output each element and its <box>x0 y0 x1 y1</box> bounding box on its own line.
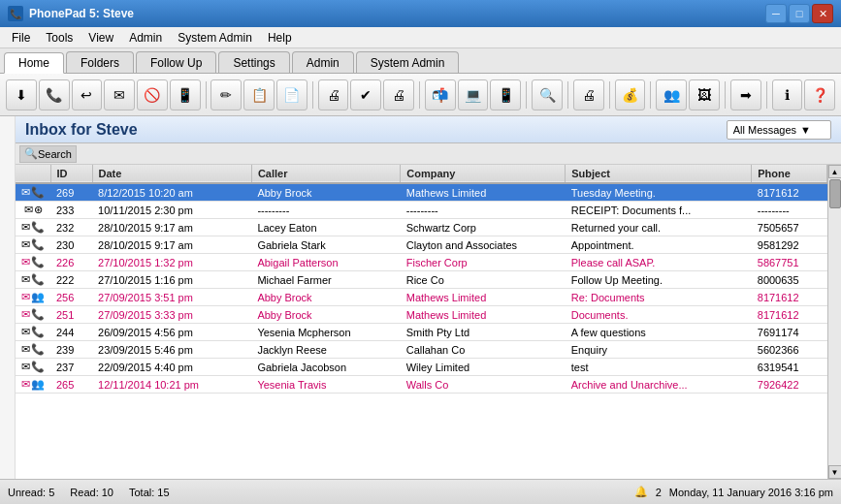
scroll-track[interactable] <box>828 178 842 465</box>
scroll-up-button[interactable]: ▲ <box>828 165 842 178</box>
messages-table-container[interactable]: ID Date Caller Company Subject Phone ✉📞2… <box>16 165 827 479</box>
row-icon: 📞 <box>31 238 45 251</box>
col-id[interactable]: ID <box>50 165 92 183</box>
toolbar-money[interactable]: 💰 <box>615 79 646 110</box>
toolbar-info[interactable]: ℹ <box>772 79 803 110</box>
menu-tools[interactable]: Tools <box>38 29 81 47</box>
menu-system-admin[interactable]: System Admin <box>170 29 260 47</box>
menu-file[interactable]: File <box>4 29 38 47</box>
search-button[interactable]: 🔍 Search <box>19 145 77 163</box>
filter-dropdown[interactable]: All Messages ▼ <box>727 120 831 140</box>
alarm-count: 2 <box>656 487 662 498</box>
toolbar-document[interactable]: 📄 <box>276 79 307 110</box>
tab-folders[interactable]: Folders <box>66 51 134 73</box>
read-label: Read: <box>70 487 98 498</box>
toolbar-reply[interactable]: ↩ <box>72 79 103 110</box>
toolbar-phone[interactable]: 📞 <box>39 79 70 110</box>
toolbar-edit[interactable]: ✏ <box>210 79 242 110</box>
toolbar-computer[interactable]: 💻 <box>458 79 489 110</box>
toolbar-mobile2[interactable]: 📱 <box>490 79 521 110</box>
scroll-down-button[interactable]: ▼ <box>828 465 842 479</box>
toolbar-print2[interactable]: 🖨 <box>383 79 414 110</box>
table-row[interactable]: ✉👥26512/11/2014 10:21 pmYesenia TravisWa… <box>16 376 827 394</box>
table-row[interactable]: ✉📞22227/10/2015 1:16 pmMichael FarmerRic… <box>16 271 827 289</box>
row-icon: 👥 <box>31 291 45 303</box>
toolbar-help[interactable]: ❓ <box>804 79 835 110</box>
toolbar-message[interactable]: ✉ <box>104 79 135 110</box>
row-id: 269 <box>50 183 92 202</box>
row-icon: ✉ <box>21 308 30 321</box>
toolbar-checkmark[interactable]: ✔ <box>350 79 381 110</box>
row-phone: 7926422 <box>752 376 827 394</box>
toolbar-inbox[interactable]: 📬 <box>425 79 456 110</box>
row-id: 226 <box>50 254 92 271</box>
messages-table: ID Date Caller Company Subject Phone ✉📞2… <box>16 165 827 394</box>
col-caller[interactable]: Caller <box>251 165 400 183</box>
menu-help[interactable]: Help <box>260 29 300 47</box>
close-button[interactable]: ✕ <box>812 4 833 23</box>
table-row[interactable]: ✉⊛23310/11/2015 2:30 pm-----------------… <box>16 202 827 219</box>
tab-follow-up[interactable]: Follow Up <box>136 51 216 73</box>
tab-home[interactable]: Home <box>4 52 64 74</box>
toolbar-mobile[interactable]: 📱 <box>170 79 201 110</box>
search-icon: 🔍 <box>24 147 38 160</box>
vertical-scrollbar[interactable]: ▲ ▼ <box>827 165 841 479</box>
row-icons-cell: ✉📞 <box>16 341 50 359</box>
toolbar-download[interactable]: ⬇ <box>6 79 37 110</box>
menu-view[interactable]: View <box>81 29 121 47</box>
toolbar-transfer[interactable]: ➡ <box>730 79 761 110</box>
row-icon: 📞 <box>31 186 45 199</box>
toolbar-clipboard[interactable]: 📋 <box>243 79 275 110</box>
minimize-button[interactable]: ─ <box>765 4 787 23</box>
toolbar-reports[interactable]: 🖨 <box>573 79 604 110</box>
row-caller: Abby Brock <box>251 183 400 202</box>
col-phone[interactable]: Phone <box>752 165 827 183</box>
row-icon: 📞 <box>31 361 45 373</box>
row-phone: --------- <box>752 202 827 219</box>
row-id: 233 <box>50 202 92 219</box>
table-row[interactable]: ✉📞23923/09/2015 5:46 pmJacklyn ReeseCall… <box>16 341 827 359</box>
toolbar-image[interactable]: 🖼 <box>689 79 720 110</box>
total-label: Total: <box>129 487 154 498</box>
row-id: 244 <box>50 324 92 341</box>
row-company: Mathews Limited <box>401 289 566 306</box>
row-icons-cell: ✉📞 <box>16 271 50 289</box>
tab-admin[interactable]: Admin <box>292 51 354 73</box>
row-icon: ✉ <box>21 238 30 251</box>
row-icon: ✉ <box>21 326 30 338</box>
maximize-button[interactable]: □ <box>789 4 810 23</box>
table-row[interactable]: ✉📞25127/09/2015 3:33 pmAbby BrockMathews… <box>16 306 827 324</box>
menu-bar: File Tools View Admin System Admin Help <box>0 27 841 48</box>
row-subject: Returned your call. <box>566 219 752 236</box>
table-row[interactable]: ✉📞22627/10/2015 1:32 pmAbigail Patterson… <box>16 254 827 271</box>
row-icons-cell: ✉📞 <box>16 306 50 324</box>
app-icon: 📞 <box>8 6 23 21</box>
filter-label: All Messages <box>733 124 796 136</box>
toolbar-no-calls[interactable]: 🚫 <box>137 79 168 110</box>
col-company[interactable]: Company <box>401 165 566 183</box>
row-subject: test <box>566 359 752 376</box>
table-row[interactable]: ✉📞2698/12/2015 10:20 amAbby BrockMathews… <box>16 183 827 202</box>
left-panel <box>0 116 16 479</box>
table-row[interactable]: ✉📞23028/10/2015 9:17 amGabriela StarkCla… <box>16 236 827 254</box>
toolbar-search[interactable]: 🔍 <box>532 79 563 110</box>
row-phone: 5867751 <box>752 254 827 271</box>
search-bar: 🔍 Search <box>16 143 841 165</box>
row-phone: 8000635 <box>752 271 827 289</box>
row-caller: Gabriela Stark <box>251 236 400 254</box>
menu-admin[interactable]: Admin <box>121 29 170 47</box>
table-row[interactable]: ✉📞23722/09/2015 4:40 pmGabriela Jacobson… <box>16 359 827 376</box>
toolbar-users[interactable]: 👥 <box>656 79 687 110</box>
table-row[interactable]: ✉👥25627/09/2015 3:51 pmAbby BrockMathews… <box>16 289 827 306</box>
col-date[interactable]: Date <box>92 165 251 183</box>
row-date: 27/09/2015 3:51 pm <box>92 289 251 306</box>
row-company: Mathews Limited <box>401 306 566 324</box>
tab-settings[interactable]: Settings <box>218 51 289 73</box>
inbox-header: Inbox for Steve All Messages ▼ <box>16 116 841 143</box>
toolbar-print[interactable]: 🖨 <box>318 79 349 110</box>
table-row[interactable]: ✉📞24426/09/2015 4:56 pmYesenia Mcpherson… <box>16 324 827 341</box>
table-row[interactable]: ✉📞23228/10/2015 9:17 amLacey EatonSchwar… <box>16 219 827 236</box>
tab-system-admin[interactable]: System Admin <box>356 51 460 73</box>
scroll-thumb[interactable] <box>829 179 841 208</box>
col-subject[interactable]: Subject <box>566 165 752 183</box>
